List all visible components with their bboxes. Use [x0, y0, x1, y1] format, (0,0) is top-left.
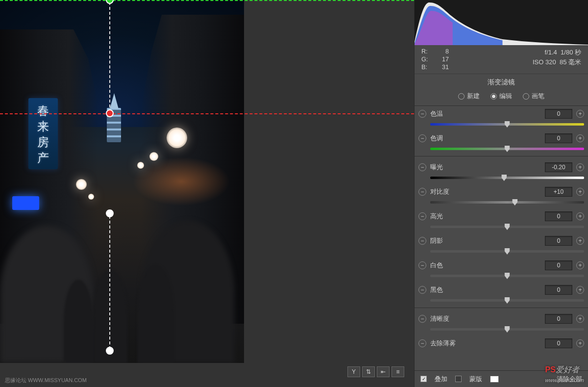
focal-value: 85 毫米	[560, 58, 581, 66]
slider-thumb[interactable]	[505, 326, 510, 333]
minus-icon[interactable]: −	[418, 110, 426, 118]
gradient-pin-end[interactable]	[106, 109, 114, 117]
highlights-slider[interactable]	[430, 223, 584, 231]
contrast-slider[interactable]	[430, 199, 584, 206]
minus-icon[interactable]: −	[418, 261, 426, 269]
minus-icon[interactable]: −	[418, 163, 426, 171]
whites-slider[interactable]	[430, 272, 584, 280]
exposure-slider[interactable]	[430, 174, 584, 182]
level-button[interactable]: Y	[347, 366, 360, 377]
dehaze-label: 去除薄雾	[430, 339, 541, 348]
overlay-label: 叠加	[435, 375, 447, 384]
overlay-checkbox[interactable]: ✓	[420, 376, 427, 382]
minus-icon[interactable]: −	[418, 134, 426, 142]
clarity-label: 清晰度	[430, 314, 541, 323]
rgb-g-value: 17	[434, 56, 449, 63]
clarity-slider-row: − 清晰度 0 +	[415, 311, 588, 334]
view-settings-button[interactable]: ≡	[392, 366, 404, 377]
panel-footer: ✓ 叠加 蒙版 清除全部	[415, 370, 588, 387]
rgb-r-value: 8	[434, 48, 449, 55]
mask-checkbox[interactable]	[455, 376, 462, 382]
highlights-slider-row: − 高光 0 +	[415, 208, 588, 231]
minus-icon[interactable]: −	[418, 188, 426, 196]
tint-value[interactable]: 0	[545, 133, 572, 143]
exposure-label: 曝光	[430, 163, 541, 172]
minus-icon[interactable]: −	[418, 315, 426, 323]
slider-thumb[interactable]	[505, 297, 510, 304]
gradient-stem	[109, 2, 110, 112]
mode-new-radio[interactable]: 新建	[458, 92, 480, 101]
slider-thumb[interactable]	[505, 248, 510, 255]
contrast-label: 对比度	[430, 187, 541, 196]
tint-label: 色调	[430, 134, 541, 143]
minus-icon[interactable]: −	[418, 212, 426, 220]
slider-thumb[interactable]	[501, 175, 507, 181]
plus-icon[interactable]: +	[576, 237, 584, 245]
mode-new-label: 新建	[467, 92, 480, 101]
whites-slider-row: − 白色 0 +	[415, 258, 588, 280]
gradient-line-start[interactable]	[0, 0, 414, 1]
exposure-slider-row: − 曝光 -0.20 +	[415, 159, 588, 182]
banner-char: 房	[37, 134, 49, 150]
histogram[interactable]	[415, 0, 588, 45]
rgb-r-label: R:	[421, 48, 432, 55]
highlights-value[interactable]: 0	[545, 211, 572, 221]
slider-thumb[interactable]	[512, 199, 517, 206]
gradient-line-end[interactable]	[0, 113, 414, 114]
gradient-pin-handle[interactable]	[106, 347, 114, 355]
radio-icon	[458, 93, 465, 100]
minus-icon[interactable]: −	[418, 286, 426, 294]
shadows-slider[interactable]	[430, 248, 584, 256]
slider-thumb[interactable]	[505, 146, 510, 152]
plus-icon[interactable]: +	[576, 286, 584, 294]
whites-label: 白色	[430, 261, 541, 270]
dehaze-value[interactable]: 0	[545, 338, 572, 348]
plus-icon[interactable]: +	[576, 339, 584, 347]
photo-banner: 春 来 房 产	[28, 98, 58, 169]
temp-value[interactable]: 0	[545, 109, 572, 119]
blacks-label: 黑色	[430, 285, 541, 294]
plus-icon[interactable]: +	[576, 315, 584, 323]
clear-all-button[interactable]: 清除全部	[557, 375, 582, 384]
shadows-slider-row: − 阴影 0 +	[415, 233, 588, 256]
swap-button[interactable]: ⇅	[362, 366, 375, 377]
plus-icon[interactable]: +	[576, 212, 584, 220]
temp-slider[interactable]	[430, 121, 584, 129]
rgb-b-value: 31	[434, 64, 449, 71]
plus-icon[interactable]: +	[576, 261, 584, 269]
mode-brush-radio[interactable]: 画笔	[523, 92, 544, 101]
preview-toolbar: Y ⇅ ⇤ ≡	[347, 366, 404, 377]
mask-color-swatch[interactable]	[490, 376, 499, 383]
radio-icon	[490, 93, 497, 100]
mode-brush-label: 画笔	[532, 92, 544, 101]
contrast-value[interactable]: +10	[545, 187, 572, 197]
tint-slider-row: − 色调 0 +	[415, 130, 588, 153]
rgb-b-label: B:	[421, 64, 432, 71]
clarity-value[interactable]: 0	[545, 314, 572, 324]
slider-thumb[interactable]	[505, 121, 510, 128]
exposure-value[interactable]: -0.20	[545, 162, 572, 172]
blacks-slider[interactable]	[430, 297, 584, 305]
shadows-value[interactable]: 0	[545, 236, 572, 246]
blacks-value[interactable]: 0	[545, 285, 572, 295]
minus-icon[interactable]: −	[418, 237, 426, 245]
plus-icon[interactable]: +	[576, 188, 584, 196]
slider-thumb[interactable]	[505, 273, 510, 279]
shadows-label: 阴影	[430, 236, 541, 245]
adjustments-panel: R:8 G:17 B:31 f/1.4 1/80 秒 ISO 320 85 毫米…	[414, 0, 588, 387]
banner-char: 产	[37, 150, 49, 166]
preview-area[interactable]: 春 来 房 产 Y	[0, 0, 414, 387]
plus-icon[interactable]: +	[576, 163, 584, 171]
temp-label: 色温	[430, 109, 541, 118]
tint-slider[interactable]	[430, 145, 584, 153]
whites-value[interactable]: 0	[545, 260, 572, 270]
blacks-slider-row: − 黑色 0 +	[415, 282, 588, 305]
before-after-button[interactable]: ⇤	[377, 366, 390, 377]
slider-thumb[interactable]	[505, 224, 510, 230]
plus-icon[interactable]: +	[576, 110, 584, 118]
minus-icon[interactable]: −	[418, 339, 426, 347]
clarity-slider[interactable]	[430, 326, 584, 334]
gradient-pin-handle[interactable]	[106, 209, 114, 217]
mode-edit-radio[interactable]: 编辑	[490, 92, 512, 101]
plus-icon[interactable]: +	[576, 134, 584, 142]
